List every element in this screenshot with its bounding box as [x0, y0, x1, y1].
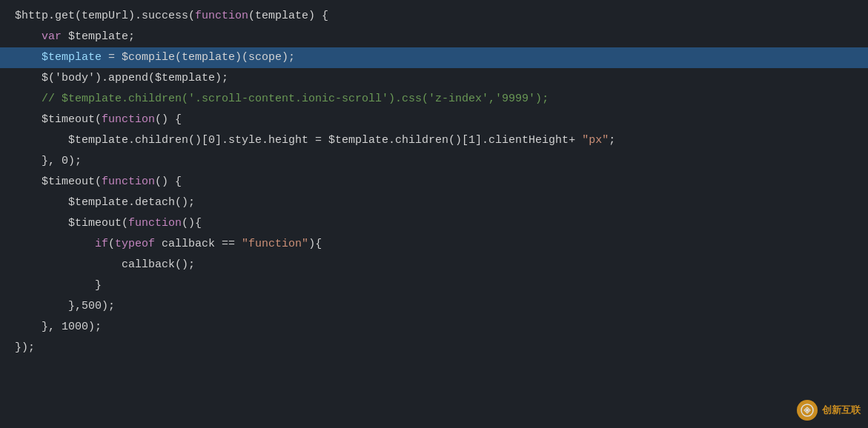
code-line: // $template.children('.scroll-content.i…: [0, 89, 868, 110]
svg-point-1: [806, 409, 809, 412]
code-token: "px": [582, 132, 609, 150]
code-line: }, 0);: [0, 151, 868, 172]
code-token: function: [102, 111, 155, 129]
code-line: var $template;: [0, 27, 868, 47]
code-line: $http.get(tempUrl).success(function(temp…: [0, 6, 868, 27]
code-token: callback();: [122, 256, 195, 274]
code-line: $('body').append($template);: [0, 68, 868, 89]
code-token: $('body').append($template);: [42, 70, 228, 87]
code-token: = $compile(template)(scope);: [102, 49, 295, 67]
watermark: 创新互联: [797, 400, 861, 421]
code-token: $timeout(: [42, 173, 102, 191]
code-token: function: [195, 7, 248, 25]
code-token: "function": [242, 235, 308, 253]
code-token: $timeout(: [68, 215, 128, 233]
code-token: $http.get(tempUrl).success(: [15, 7, 195, 25]
code-line: $template = $compile(template)(scope);: [0, 47, 868, 68]
code-token: () {: [155, 111, 182, 129]
code-token: }: [95, 277, 102, 295]
code-token: $timeout(: [42, 111, 102, 129]
code-line: $timeout(function(){: [0, 213, 868, 234]
code-line: $timeout(function() {: [0, 172, 868, 193]
code-token: (){: [182, 215, 202, 233]
code-line: $timeout(function() {: [0, 110, 868, 130]
code-token: callback ==: [155, 235, 242, 253]
code-token: ;: [609, 132, 615, 150]
code-token: var: [42, 28, 62, 46]
code-line: $template.detach();: [0, 193, 868, 213]
watermark-icon: [797, 400, 818, 421]
code-token: $template.children()[0].style.height = $…: [68, 132, 582, 150]
code-token: $template: [42, 49, 102, 67]
code-token: (template) {: [248, 7, 328, 25]
code-token: }, 0);: [42, 153, 82, 170]
code-token: typeof: [115, 235, 155, 253]
code-token: $template;: [62, 28, 135, 46]
code-line: },500);: [0, 296, 868, 317]
code-line: $template.children()[0].style.height = $…: [0, 130, 868, 151]
code-token: if: [95, 235, 108, 253]
code-token: $template.detach();: [68, 194, 195, 212]
code-token: }, 1000);: [42, 318, 102, 336]
code-token: (: [108, 235, 115, 253]
watermark-label: 创新互联: [822, 403, 861, 418]
code-block: $http.get(tempUrl).success(function(temp…: [0, 0, 868, 428]
code-line: if(typeof callback == "function"){: [0, 234, 868, 255]
code-line: });: [0, 338, 868, 358]
code-token: function: [128, 215, 182, 233]
code-line: }, 1000);: [0, 317, 868, 338]
code-token: },500);: [68, 298, 115, 315]
code-line: }: [0, 275, 868, 296]
code-token: function: [102, 173, 155, 191]
code-token: () {: [155, 173, 182, 191]
code-line: callback();: [0, 255, 868, 275]
code-token: ){: [308, 235, 322, 253]
code-token: });: [15, 339, 35, 357]
code-token: // $template.children('.scroll-content.i…: [42, 90, 549, 108]
